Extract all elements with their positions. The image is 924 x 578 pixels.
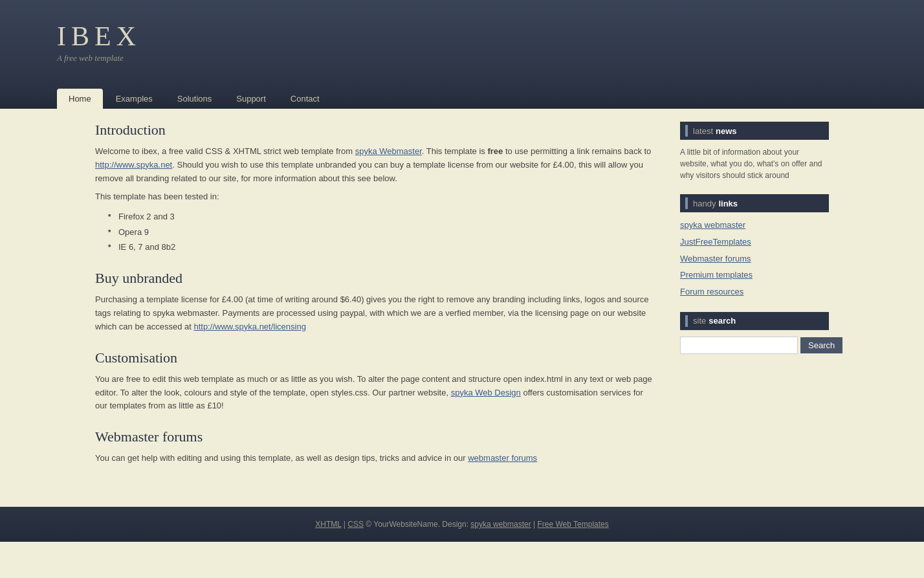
section-introduction-p1: Welcome to ibex, a free valid CSS & XHTM…: [95, 145, 654, 185]
search-button[interactable]: Search: [800, 337, 842, 353]
footer-link-xhtml[interactable]: XHTML: [315, 520, 341, 529]
section-customisation-heading: Customisation: [95, 350, 654, 366]
main-content: Introduction Welcome to ibex, a free val…: [95, 122, 654, 481]
section-buy-unbranded: Buy unbranded Purchasing a template lice…: [95, 270, 654, 333]
heading-bar-icon: [685, 197, 688, 209]
section-buy-p1: Purchasing a template license for £4.00 …: [95, 293, 654, 333]
sidebar-news-heading-bold: news: [716, 126, 737, 136]
nav-item-examples[interactable]: Examples: [104, 89, 164, 109]
sidebar-news-heading: latest news: [680, 122, 829, 140]
sidebar: latest news A little bit of information …: [680, 122, 829, 481]
tested-in-list: Firefox 2 and 3 Opera 9 IE 6, 7 and 8b2: [108, 209, 654, 254]
sidebar-links-heading-light: handy: [693, 199, 716, 208]
footer-link-css[interactable]: CSS: [347, 520, 364, 529]
link-spyka-webmaster[interactable]: spyka Webmaster: [355, 146, 422, 156]
sidebar-links-heading-bold: links: [718, 199, 738, 208]
section-introduction-heading: Introduction: [95, 122, 654, 139]
sidebar-link-forum-resources[interactable]: Forum resources: [680, 285, 829, 299]
footer-link-spyka[interactable]: spyka webmaster: [470, 520, 531, 529]
section-webmaster-heading: Webmaster forums: [95, 428, 654, 445]
sidebar-link-justfree[interactable]: JustFreeTemplates: [680, 236, 829, 249]
list-item-opera: Opera 9: [108, 225, 654, 239]
section-customisation-p1: You are free to edit this web template a…: [95, 373, 654, 413]
site-footer: XHTML | CSS © YourWebsiteName. Design: s…: [0, 507, 924, 542]
sidebar-link-webmaster-forums[interactable]: Webmaster forums: [680, 252, 829, 266]
sidebar-latest-news: latest news A little bit of information …: [680, 122, 829, 181]
heading-bar-icon: [685, 315, 688, 327]
section-buy-heading: Buy unbranded: [95, 270, 654, 287]
sidebar-news-heading-light: latest: [693, 126, 713, 136]
nav-item-home[interactable]: Home: [57, 89, 103, 109]
list-item-firefox: Firefox 2 and 3: [108, 209, 654, 224]
sidebar-search-heading: site search: [680, 312, 829, 330]
link-spyka-licensing[interactable]: http://www.spyka.net/licensing: [193, 322, 305, 331]
nav-item-contact[interactable]: Contact: [279, 89, 331, 109]
footer-copyright: © YourWebsiteName. Design:: [366, 520, 470, 529]
search-input[interactable]: [680, 337, 798, 354]
list-item-ie: IE 6, 7 and 8b2: [108, 239, 654, 254]
main-wrapper: Introduction Welcome to ibex, a free val…: [38, 109, 886, 507]
sidebar-link-premium[interactable]: Premium templates: [680, 269, 829, 282]
site-tagline: A free web template: [57, 53, 141, 63]
logo: IBEX A free web template: [57, 21, 141, 63]
sidebar-site-search: site search Search: [680, 312, 829, 354]
section-introduction: Introduction Welcome to ibex, a free val…: [95, 122, 654, 254]
section-webmaster-forums: Webmaster forums You can get help with e…: [95, 428, 654, 465]
link-spyka-web-design[interactable]: spyka Web Design: [451, 388, 521, 397]
link-webmaster-forums[interactable]: webmaster forums: [468, 453, 537, 463]
site-title: IBEX: [57, 21, 141, 52]
section-introduction-p2: This template has been tested in:: [95, 190, 654, 204]
sidebar-search-heading-light: site: [693, 316, 706, 326]
footer-link-free-templates[interactable]: Free Web Templates: [538, 520, 609, 529]
sidebar-handy-links: handy links spyka webmaster JustFreeTemp…: [680, 194, 829, 299]
sidebar-link-spyka[interactable]: spyka webmaster: [680, 219, 829, 232]
footer-text: XHTML | CSS © YourWebsiteName. Design: s…: [57, 520, 867, 529]
section-webmaster-p1: You can get help with editing and using …: [95, 452, 654, 465]
heading-bar-icon: [685, 125, 688, 137]
sidebar-search-heading-bold: search: [709, 316, 736, 326]
nav-item-solutions[interactable]: Solutions: [166, 89, 223, 109]
sidebar-links-heading: handy links: [680, 194, 829, 212]
main-nav: Home Examples Solutions Support Contact: [0, 84, 924, 109]
link-spyka-net[interactable]: http://www.spyka.net: [95, 160, 172, 170]
nav-item-support[interactable]: Support: [225, 89, 278, 109]
search-box: Search: [680, 337, 829, 354]
section-customisation: Customisation You are free to edit this …: [95, 350, 654, 413]
sidebar-news-text: A little bit of information about your w…: [680, 146, 829, 181]
site-header: IBEX A free web template: [0, 0, 924, 84]
